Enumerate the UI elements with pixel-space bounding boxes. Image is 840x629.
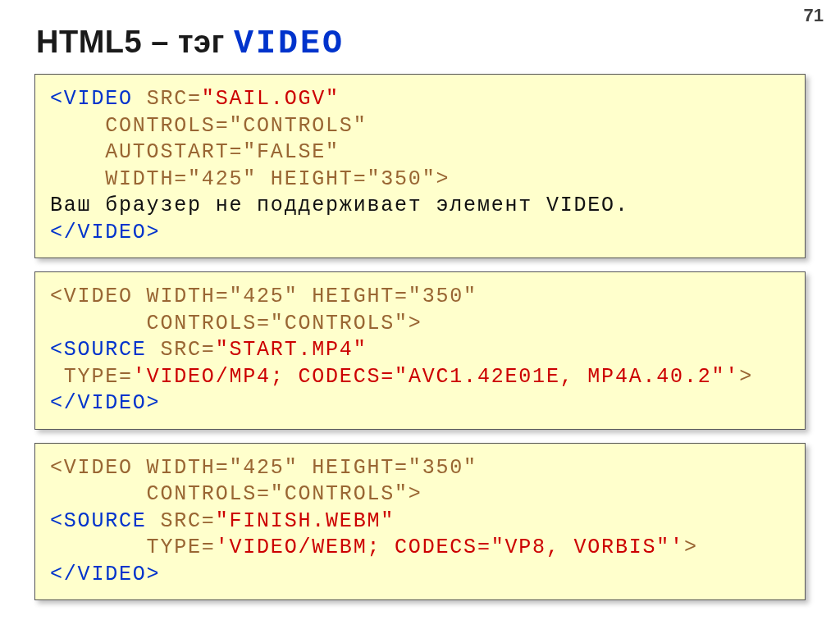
attr-type: TYPE=: [50, 536, 216, 559]
attr-src: SRC=: [147, 338, 216, 362]
slide: 71 HTML5 – тэг VIDEO <VIDEO SRC="SAIL.OG…: [0, 0, 840, 629]
attr-controls: CONTROLS="CONTROLS": [50, 114, 367, 138]
l1: <VIDEO WIDTH="425" HEIGHT="350": [50, 456, 477, 480]
fallback-text: Ваш браузер не поддерживает элемент VIDE…: [50, 194, 629, 217]
code-box-2: <VIDEO WIDTH="425" HEIGHT="350" CONTROLS…: [34, 271, 806, 430]
attr-type: TYPE=: [50, 365, 133, 389]
tag-video-close: </VIDEO>: [50, 563, 160, 586]
title-code: VIDEO: [234, 25, 345, 62]
tag-source: <SOURCE: [50, 338, 147, 362]
page-number: 71: [804, 5, 824, 26]
tag-video-open: <VIDEO: [50, 87, 133, 111]
slide-title: HTML5 – тэг VIDEO: [36, 25, 806, 62]
l2: CONTROLS="CONTROLS">: [50, 482, 422, 506]
gt: >: [684, 536, 698, 559]
code-box-1: <VIDEO SRC="SAIL.OGV" CONTROLS="CONTROLS…: [34, 74, 806, 258]
val-start: "START.MP4": [216, 338, 368, 362]
val-type: 'VIDEO/MP4; CODECS="AVC1.42E01E, MP4A.40…: [133, 365, 739, 389]
code-box-3: <VIDEO WIDTH="425" HEIGHT="350" CONTROLS…: [34, 443, 806, 601]
val-sail: "SAIL.OGV": [202, 87, 340, 111]
attr-src: SRC=: [147, 509, 216, 533]
val-type: 'VIDEO/WEBM; CODECS="VP8, VORBIS"': [216, 536, 684, 559]
l1: <VIDEO WIDTH="425" HEIGHT="350": [50, 285, 477, 308]
val-finish: "FINISH.WEBM": [216, 509, 395, 533]
title-text: HTML5 – тэг: [36, 25, 234, 59]
tag-source: <SOURCE: [50, 509, 147, 533]
tag-video-close: </VIDEO>: [50, 391, 160, 415]
gt: >: [739, 365, 753, 389]
attr-autostart: AUTOSTART="FALSE": [50, 140, 340, 164]
attr-src: SRC=: [133, 87, 202, 111]
l2: CONTROLS="CONTROLS">: [50, 312, 422, 335]
tag-video-close: </VIDEO>: [50, 221, 160, 244]
attr-width-height: WIDTH="425" HEIGHT="350">: [50, 167, 450, 191]
